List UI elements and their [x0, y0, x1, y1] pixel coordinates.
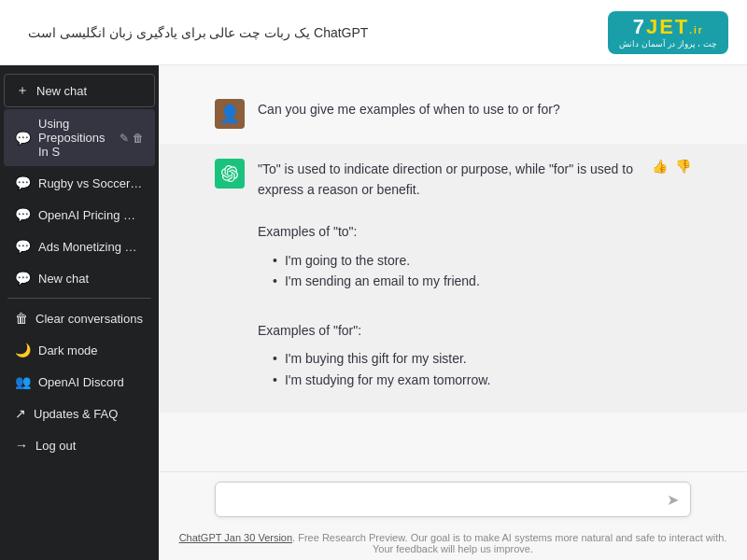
- sidebar-item-ads-monetizing[interactable]: 💬 Ads Monetizing ChatGPT: [4, 231, 155, 261]
- edit-icon[interactable]: ✎: [120, 132, 129, 145]
- sidebar-item-label-clear: Clear conversations: [35, 312, 144, 326]
- top-banner: ChatGPT یک ربات چت عالی برای یادگیری زبا…: [0, 0, 747, 65]
- for-example-1: I'm buying this gift for my sister.: [273, 348, 639, 369]
- new-chat-label: New chat: [36, 84, 143, 98]
- sidebar-item-discord[interactable]: 👥 OpenAI Discord: [4, 367, 155, 397]
- assistant-message: "To" is used to indicate direction or pu…: [159, 144, 747, 413]
- message-actions: 👍 👎: [652, 159, 691, 174]
- footer-description: . Free Research Preview. Our goal is to …: [292, 532, 726, 554]
- for-examples-list: I'm buying this gift for my sister. I'm …: [273, 348, 639, 390]
- sidebar: ＋ New chat 💬 Using Prepositions In S ✎ 🗑…: [0, 65, 159, 560]
- discord-icon: 👥: [15, 374, 31, 389]
- banner-text: ChatGPT یک ربات چت عالی برای یادگیری زبا…: [28, 25, 368, 40]
- thumbs-down-icon[interactable]: 👎: [675, 159, 691, 174]
- sidebar-item-clear-conversations[interactable]: 🗑 Clear conversations: [4, 303, 155, 333]
- logout-icon: →: [15, 438, 28, 453]
- sidebar-item-label-1: Using Prepositions In S: [38, 117, 112, 159]
- sidebar-item-label-discord: OpenAI Discord: [38, 375, 144, 389]
- thumbs-up-icon[interactable]: 👍: [652, 159, 668, 174]
- user-avatar: 👤: [215, 99, 245, 129]
- sidebar-item-label-dark: Dark mode: [38, 343, 144, 357]
- footer-text: ChatGPT Jan 30 Version. Free Research Pr…: [159, 526, 747, 560]
- action-icons: ✎ 🗑: [120, 132, 144, 145]
- assistant-intro: "To" is used to indicate direction or pu…: [258, 159, 639, 201]
- for-example-2: I'm studying for my exam tomorrow.: [273, 370, 639, 390]
- sidebar-item-label-3: OpenAI Pricing Unavailable: [38, 208, 144, 222]
- sidebar-item-label-faq: Updates & FAQ: [34, 407, 144, 421]
- new-chat-button[interactable]: ＋ New chat: [4, 74, 155, 107]
- for-examples-heading: Examples of "for":: [258, 320, 639, 341]
- sidebar-item-openai-pricing[interactable]: 💬 OpenAI Pricing Unavailable: [4, 200, 155, 230]
- assistant-message-content: "To" is used to indicate direction or pu…: [258, 159, 639, 398]
- sidebar-divider: [7, 298, 151, 299]
- sidebar-item-dark-mode[interactable]: 🌙 Dark mode: [4, 335, 155, 365]
- footer-link[interactable]: ChatGPT Jan 30 Version: [179, 532, 292, 543]
- sidebar-item-label-5: New chat: [38, 272, 144, 286]
- logo-subtitle: چت ، پرواز در آسمان دانش: [619, 39, 717, 49]
- logo-box: 7JET.ir چت ، پرواز در آسمان دانش: [608, 11, 728, 54]
- sidebar-item-new-chat-2[interactable]: 💬 New chat: [4, 263, 155, 293]
- input-wrapper: ➤: [215, 482, 691, 517]
- chat-area: 👤 Can you give me examples of when to us…: [159, 65, 747, 560]
- chat-icon-2: 💬: [15, 175, 31, 190]
- plus-icon: ＋: [16, 82, 29, 99]
- to-example-2: I'm sending an email to my friend.: [273, 271, 639, 291]
- logo-area: 7JET.ir چت ، پرواز در آسمان دانش: [608, 11, 728, 54]
- send-icon[interactable]: ➤: [667, 491, 679, 509]
- trash-icon: 🗑: [15, 311, 28, 326]
- user-message-text: Can you give me examples of when to use …: [258, 99, 691, 119]
- main-layout: ＋ New chat 💬 Using Prepositions In S ✎ 🗑…: [0, 65, 747, 560]
- to-example-1: I'm going to the store.: [273, 250, 639, 271]
- sidebar-item-label-2: Rugby vs Soccer Cleats: [38, 176, 144, 190]
- chat-icon-4: 💬: [15, 239, 31, 254]
- input-area: ➤: [159, 471, 747, 526]
- messages-list: 👤 Can you give me examples of when to us…: [159, 65, 747, 471]
- external-link-icon: ↗: [15, 406, 26, 421]
- logo-jet: 7JET.ir: [633, 17, 704, 37]
- chat-input[interactable]: [227, 490, 653, 509]
- gpt-avatar: [215, 159, 245, 189]
- sidebar-item-log-out[interactable]: → Log out: [4, 430, 155, 460]
- user-message: 👤 Can you give me examples of when to us…: [159, 84, 747, 144]
- to-examples-heading: Examples of "to":: [258, 221, 639, 242]
- sidebar-item-label-4: Ads Monetizing ChatGPT: [38, 240, 144, 254]
- delete-icon[interactable]: 🗑: [133, 132, 144, 145]
- moon-icon: 🌙: [15, 343, 31, 357]
- logo-ir: .ir: [689, 25, 703, 35]
- sidebar-item-updates-faq[interactable]: ↗ Updates & FAQ: [4, 399, 155, 428]
- chat-icon-5: 💬: [15, 271, 31, 286]
- to-examples-list: I'm going to the store. I'm sending an e…: [273, 250, 639, 292]
- sidebar-item-rugby[interactable]: 💬 Rugby vs Soccer Cleats: [4, 168, 155, 198]
- chat-icon-1: 💬: [15, 131, 31, 146]
- sidebar-item-using-prepositions[interactable]: 💬 Using Prepositions In S ✎ 🗑: [4, 109, 155, 166]
- sidebar-item-label-logout: Log out: [35, 439, 144, 453]
- chat-icon-3: 💬: [15, 207, 31, 222]
